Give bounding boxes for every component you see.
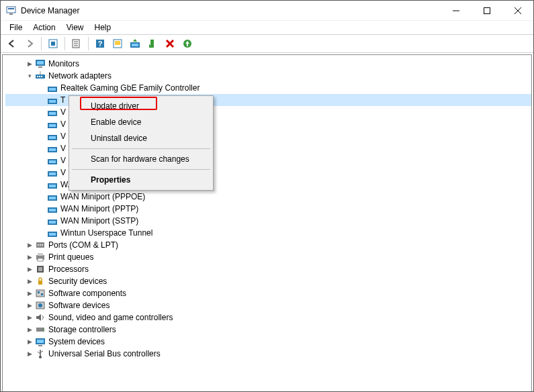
svg-point-60 bbox=[42, 244, 43, 246]
properties-button[interactable] bbox=[69, 36, 84, 51]
menu-view[interactable]: View bbox=[62, 22, 89, 33]
svg-point-58 bbox=[38, 244, 39, 246]
expand-icon[interactable]: ▶ bbox=[26, 350, 34, 358]
tree-category-security[interactable]: ▶ Security devices bbox=[5, 275, 531, 287]
tree-label: V bbox=[60, 168, 66, 177]
ctx-scan-hardware[interactable]: Scan for hardware changes bbox=[71, 151, 212, 167]
tree-item-wan-sstp[interactable]: WAN Miniport (SSTP) bbox=[5, 215, 531, 227]
tree-category-processors[interactable]: ▶ Processors bbox=[5, 263, 531, 275]
add-legacy-hardware-button[interactable] bbox=[180, 36, 195, 51]
maximize-button[interactable] bbox=[472, 1, 502, 21]
svg-rect-44 bbox=[49, 160, 56, 163]
svg-rect-24 bbox=[37, 61, 44, 64]
network-adapter-icon bbox=[47, 167, 58, 178]
svg-rect-46 bbox=[49, 173, 56, 175]
tree-category-sound[interactable]: ▶ Sound, video and game controllers bbox=[5, 311, 531, 324]
help-button[interactable]: ? bbox=[93, 36, 107, 51]
update-driver-button[interactable] bbox=[128, 36, 142, 51]
network-adapter-icon bbox=[47, 203, 58, 214]
svg-rect-65 bbox=[38, 267, 42, 271]
expand-icon[interactable]: ▶ bbox=[26, 313, 34, 322]
network-adapter-icon bbox=[47, 83, 58, 93]
enable-device-button[interactable] bbox=[145, 36, 160, 51]
tree-category-swcomponents[interactable]: ▶ Software components bbox=[5, 287, 531, 299]
expand-icon[interactable]: ▶ bbox=[26, 265, 34, 273]
tree-item-wintun[interactable]: Wintun Userspace Tunnel bbox=[5, 227, 531, 239]
close-button[interactable] bbox=[502, 1, 533, 21]
svg-rect-48 bbox=[49, 185, 56, 187]
tree-category-monitors[interactable]: ▶ Monitors bbox=[5, 58, 531, 70]
svg-point-73 bbox=[42, 329, 44, 330]
tree-label: Network adapters bbox=[48, 71, 112, 81]
tree-label: Wintun Userspace Tunnel bbox=[60, 228, 152, 238]
toolbar-separator bbox=[41, 37, 42, 50]
show-hidden-button[interactable] bbox=[46, 36, 60, 51]
expand-icon[interactable]: ▶ bbox=[26, 253, 34, 261]
network-adapter-icon bbox=[47, 131, 58, 142]
svg-rect-16 bbox=[115, 41, 120, 45]
device-tree[interactable]: ▶ Monitors ▾ Network adapters Realtek Ga… bbox=[3, 55, 531, 392]
tree-item-realtek[interactable]: Realtek Gaming GbE Family Controller bbox=[5, 82, 531, 94]
device-manager-icon bbox=[6, 5, 17, 16]
tree-label: V bbox=[60, 144, 66, 153]
ports-icon bbox=[35, 240, 46, 250]
tree-item-wan-pptp[interactable]: WAN Miniport (PPTP) bbox=[5, 203, 531, 215]
forward-button[interactable] bbox=[22, 36, 37, 51]
tree-category-swdevices[interactable]: ▶ Software devices bbox=[5, 299, 531, 311]
back-button[interactable] bbox=[5, 36, 19, 51]
menu-file[interactable]: File bbox=[5, 22, 27, 33]
svg-rect-36 bbox=[49, 112, 56, 115]
expand-icon[interactable]: ▶ bbox=[26, 301, 34, 309]
tree-category-usb[interactable]: ▶ Universal Serial Bus controllers bbox=[5, 348, 531, 360]
tree-label: WAN Miniport (SSTP) bbox=[60, 216, 138, 226]
tree-category-ports[interactable]: ▶ Ports (COM & LPT) bbox=[5, 239, 531, 251]
svg-rect-8 bbox=[51, 42, 55, 46]
tree-label: Software components bbox=[48, 289, 126, 298]
tree-category-network[interactable]: ▾ Network adapters bbox=[5, 70, 531, 82]
svg-rect-50 bbox=[49, 197, 56, 199]
network-adapter-icon bbox=[47, 179, 58, 190]
network-adapter-icon bbox=[35, 70, 46, 81]
tree-category-printqueues[interactable]: ▶ Print queues bbox=[5, 251, 531, 263]
svg-rect-69 bbox=[41, 293, 43, 295]
tree-category-system[interactable]: ▶ System devices bbox=[5, 336, 531, 348]
svg-rect-25 bbox=[38, 66, 42, 68]
minimize-button[interactable] bbox=[441, 1, 472, 21]
menu-help[interactable]: Help bbox=[90, 22, 116, 33]
svg-rect-54 bbox=[49, 221, 56, 224]
toolbar-separator bbox=[88, 37, 89, 50]
svg-text:?: ? bbox=[98, 40, 103, 48]
ctx-update-driver[interactable]: Update driver bbox=[71, 98, 212, 114]
ctx-enable-device[interactable]: Enable device bbox=[71, 114, 212, 130]
ctx-properties[interactable]: Properties bbox=[71, 172, 212, 188]
tree-label: WAN Miniport (PPPOE) bbox=[60, 192, 145, 201]
expand-icon[interactable]: ▶ bbox=[26, 277, 34, 285]
menubar: File Action View Help bbox=[1, 21, 533, 34]
uninstall-device-button[interactable] bbox=[163, 36, 177, 51]
expand-icon[interactable]: ▶ bbox=[26, 338, 34, 346]
svg-rect-4 bbox=[484, 7, 490, 13]
tree-label: Realtek Gaming GbE Family Controller bbox=[60, 83, 199, 93]
network-adapter-icon bbox=[47, 95, 58, 105]
software-component-icon bbox=[35, 288, 46, 299]
usb-icon bbox=[35, 348, 46, 359]
expand-icon[interactable]: ▶ bbox=[26, 326, 34, 334]
window-title: Device Manager bbox=[21, 6, 79, 15]
tree-label: Processors bbox=[48, 264, 89, 274]
svg-rect-34 bbox=[49, 100, 56, 103]
expand-icon[interactable]: ▶ bbox=[26, 60, 34, 68]
svg-point-71 bbox=[38, 303, 42, 307]
tree-label: V bbox=[60, 107, 66, 117]
collapse-icon[interactable]: ▾ bbox=[26, 72, 34, 80]
tree-item-wan-pppoe[interactable]: WAN Miniport (PPPOE) bbox=[5, 191, 531, 203]
expand-icon[interactable]: ▶ bbox=[26, 289, 34, 297]
window-controls bbox=[441, 1, 533, 21]
sound-icon bbox=[35, 312, 46, 323]
menu-action[interactable]: Action bbox=[28, 22, 60, 33]
ctx-uninstall-device[interactable]: Uninstall device bbox=[71, 130, 212, 146]
svg-rect-32 bbox=[49, 88, 56, 91]
titlebar: Device Manager bbox=[1, 1, 533, 21]
scan-hardware-button[interactable] bbox=[110, 36, 125, 51]
expand-icon[interactable]: ▶ bbox=[26, 241, 34, 249]
tree-category-storage[interactable]: ▶ Storage controllers bbox=[5, 324, 531, 336]
